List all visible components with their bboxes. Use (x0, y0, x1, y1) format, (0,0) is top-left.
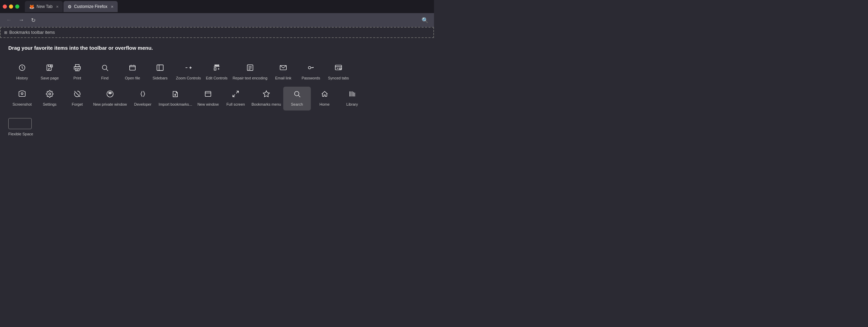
settings-icon (46, 90, 53, 99)
svg-point-41 (294, 92, 299, 96)
svg-line-10 (106, 69, 108, 71)
item-save-page[interactable]: Save page (36, 60, 63, 84)
svg-point-9 (102, 65, 107, 70)
traffic-lights (3, 4, 19, 9)
save-page-label: Save page (41, 76, 59, 80)
library-label: Library (346, 102, 358, 107)
svg-rect-12 (157, 65, 163, 71)
tab-new-tab-close[interactable]: ✕ (56, 5, 59, 9)
find-label: Find (101, 76, 108, 80)
svg-marker-40 (263, 91, 269, 97)
item-bookmarks-menu[interactable]: Bookmarks menu (249, 87, 283, 110)
screenshot-label: Screenshot (12, 102, 32, 107)
full-screen-label: Full screen (226, 102, 245, 107)
new-window-label: New window (197, 102, 219, 107)
svg-point-35 (49, 93, 51, 95)
open-file-label: Open file (125, 76, 140, 80)
item-zoom-controls[interactable]: Zoom Controls (174, 60, 203, 84)
items-row-1: History Save page Print Find Open file (8, 60, 426, 84)
maximize-button[interactable] (15, 4, 19, 9)
synced-tabs-icon (335, 64, 342, 73)
item-full-screen[interactable]: Full screen (222, 87, 249, 110)
bookmarks-toolbar-label: Bookmarks toolbar items (9, 30, 55, 35)
email-link-label: Email link (275, 76, 292, 80)
item-library[interactable]: Library (338, 87, 366, 110)
svg-rect-38 (205, 92, 211, 97)
close-button[interactable] (3, 4, 7, 9)
forget-label: Forget (72, 102, 83, 107)
svg-rect-21 (247, 65, 253, 71)
search-icon (293, 90, 301, 99)
minimize-button[interactable] (9, 4, 13, 9)
main-content: Drag your favorite items into the toolba… (0, 38, 434, 145)
tab-new-tab[interactable]: 🦊 New Tab ✕ (25, 1, 63, 12)
item-edit-controls[interactable]: Edit Controls (203, 60, 230, 84)
item-passwords[interactable]: Passwords (297, 60, 325, 84)
svg-rect-5 (76, 65, 79, 67)
item-find[interactable]: Find (91, 60, 119, 84)
item-screenshot[interactable]: Screenshot (8, 87, 36, 110)
passwords-label: Passwords (302, 76, 320, 80)
item-settings[interactable]: Settings (36, 87, 63, 110)
new-window-icon (204, 90, 212, 99)
svg-rect-18 (214, 68, 216, 70)
zoom-controls-label: Zoom Controls (176, 76, 201, 80)
item-developer[interactable]: Developer (129, 87, 157, 110)
library-icon (348, 90, 356, 99)
item-history[interactable]: History (8, 60, 36, 84)
svg-point-34 (21, 93, 23, 95)
sidebars-label: Sidebars (152, 76, 167, 80)
tabs-bar: 🦊 New Tab ✕ ⚙ Customize Firefox ✕ (25, 1, 431, 12)
print-icon (73, 64, 81, 73)
item-search[interactable]: Search (283, 87, 311, 110)
drag-hint: Drag your favorite items into the toolba… (8, 45, 426, 51)
item-import-bookmarks[interactable]: Import bookmarks... (157, 87, 194, 110)
svg-rect-32 (339, 68, 341, 69)
item-home[interactable]: Home (311, 87, 338, 110)
item-synced-tabs[interactable]: Synced tabs (325, 60, 352, 84)
home-label: Home (319, 102, 329, 107)
flexible-space-item[interactable]: Flexible Space (8, 116, 426, 138)
navbar: ← → ↻ 🔍 (0, 13, 434, 27)
item-print[interactable]: Print (63, 60, 91, 84)
open-file-icon (129, 64, 136, 73)
zoom-controls-icon (185, 64, 192, 73)
settings-label: Settings (43, 102, 57, 107)
import-bookmarks-icon (171, 90, 179, 99)
item-new-window[interactable]: New window (194, 87, 222, 110)
developer-icon (139, 90, 147, 99)
flexible-space-label: Flexible Space (8, 132, 33, 136)
bookmarks-menu-icon (263, 90, 270, 99)
item-forget[interactable]: Forget (63, 87, 91, 110)
customize-tab-icon: ⚙ (68, 4, 72, 9)
save-page-icon (46, 64, 53, 73)
tab-customize[interactable]: ⚙ Customize Firefox ✕ (63, 1, 118, 12)
forward-button[interactable]: → (17, 16, 26, 25)
flexible-space-rect (8, 118, 32, 129)
full-screen-icon (232, 90, 239, 99)
item-new-private-window[interactable]: New private window (91, 87, 129, 110)
edit-controls-icon (213, 64, 220, 73)
items-row-2: Screenshot Settings Forget New private w… (8, 87, 426, 110)
reload-button[interactable]: ↻ (29, 16, 38, 25)
search-label: Search (291, 102, 303, 107)
titlebar: 🦊 New Tab ✕ ⚙ Customize Firefox ✕ (0, 0, 434, 13)
tab-new-tab-label: New Tab (37, 4, 52, 9)
item-email-link[interactable]: Email link (269, 60, 297, 84)
back-button[interactable]: ← (4, 16, 14, 25)
bookmarks-menu-label: Bookmarks menu (251, 102, 281, 107)
find-icon (101, 64, 109, 73)
search-button[interactable]: 🔍 (420, 16, 430, 25)
bookmarks-toolbar: ⊞ Bookmarks toolbar items (0, 27, 434, 38)
svg-point-26 (308, 66, 311, 69)
item-sidebars[interactable]: Sidebars (146, 60, 174, 84)
firefox-icon: 🦊 (29, 4, 34, 9)
home-icon (321, 90, 328, 99)
item-open-file[interactable]: Open file (119, 60, 146, 84)
print-label: Print (73, 76, 81, 80)
item-repair-text-encoding[interactable]: Repair text encoding (230, 60, 269, 84)
tab-customize-close[interactable]: ✕ (111, 5, 114, 9)
new-private-window-icon (106, 90, 114, 99)
tab-customize-label: Customize Firefox (74, 4, 107, 9)
svg-point-36 (109, 93, 111, 94)
